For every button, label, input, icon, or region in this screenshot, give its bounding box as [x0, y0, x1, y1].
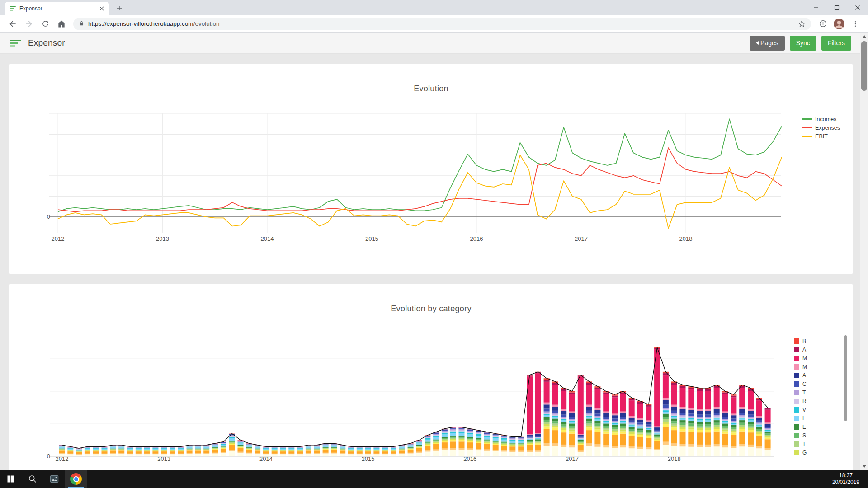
- category-swatch-icon: [794, 407, 799, 413]
- category-legend-item[interactable]: V: [794, 405, 807, 414]
- category-legend-item[interactable]: B: [794, 337, 807, 345]
- filters-button[interactable]: Filters: [821, 36, 851, 51]
- taskbar-chrome-button[interactable]: [65, 470, 87, 488]
- category-legend-item[interactable]: T: [794, 388, 807, 397]
- plus-icon: [117, 5, 122, 11]
- page-scrollbar[interactable]: [860, 33, 868, 470]
- window-maximize-button[interactable]: [826, 0, 847, 15]
- category-legend-item[interactable]: R: [794, 397, 807, 405]
- series-expenses: [58, 148, 782, 211]
- scroll-down-button[interactable]: [860, 462, 868, 470]
- legend-label: Incomes: [815, 116, 836, 122]
- browser-tab-strip: Expensor: [0, 0, 868, 15]
- category-swatch-icon: [794, 347, 799, 352]
- x-tick-label: 2016: [470, 235, 483, 242]
- category-legend-label: C: [802, 381, 807, 387]
- taskbar-time: 18:37: [832, 472, 859, 479]
- evolution-legend: Incomes Expenses EBIT: [802, 115, 840, 141]
- sync-button[interactable]: Sync: [790, 36, 816, 51]
- category-legend-item[interactable]: G: [794, 448, 807, 457]
- tab-close-button[interactable]: [98, 5, 106, 13]
- taskbar-search-button[interactable]: [22, 470, 43, 488]
- legend-label: EBIT: [815, 133, 828, 140]
- category-legend-item[interactable]: T: [794, 440, 807, 448]
- minimize-icon: [813, 5, 819, 10]
- category-legend-item[interactable]: A: [794, 371, 807, 380]
- photos-app-icon: [49, 474, 59, 484]
- browser-toolbar: https://expensor-villoro.herokuapp.com/e…: [0, 15, 868, 33]
- back-button[interactable]: [5, 17, 20, 31]
- x-tick-label: 2012: [52, 235, 65, 242]
- category-legend-item[interactable]: M: [794, 362, 807, 371]
- category-legend-label: G: [802, 450, 807, 456]
- start-button[interactable]: [0, 470, 22, 488]
- maximize-icon: [834, 5, 840, 10]
- category-legend: BAMMACTRVLESTG: [794, 337, 807, 457]
- pages-button-label: Pages: [760, 39, 778, 47]
- x-tick-label: 2013: [156, 235, 169, 242]
- legend-scrollbar[interactable]: [844, 335, 847, 421]
- category-legend-item[interactable]: E: [794, 422, 807, 431]
- browser-tab[interactable]: Expensor: [5, 2, 109, 15]
- pages-button[interactable]: Pages: [750, 36, 785, 51]
- category-legend-item[interactable]: C: [794, 380, 807, 388]
- x-tick-label: 2018: [679, 235, 693, 242]
- incomes-swatch-icon: [802, 118, 812, 120]
- series-ebit: [58, 155, 782, 228]
- filters-button-label: Filters: [828, 39, 845, 47]
- category-legend-item[interactable]: A: [794, 345, 807, 354]
- home-button[interactable]: [54, 17, 69, 31]
- scroll-up-button[interactable]: [860, 33, 868, 40]
- taskbar-clock[interactable]: 18:37 20/01/2019: [827, 472, 865, 486]
- chrome-icon: [70, 473, 82, 485]
- reload-icon: [41, 19, 50, 28]
- info-button[interactable]: [816, 17, 830, 31]
- category-stacked-chart[interactable]: 20122013201420152016201720180: [9, 284, 853, 470]
- close-icon: [99, 6, 104, 11]
- ebit-swatch-icon: [802, 136, 812, 137]
- profile-avatar[interactable]: [832, 17, 846, 31]
- category-legend-label: M: [802, 355, 807, 361]
- category-swatch-icon: [794, 416, 799, 421]
- category-swatch-icon: [794, 356, 799, 361]
- legend-item-incomes[interactable]: Incomes: [802, 115, 840, 123]
- category-legend-label: B: [802, 338, 806, 344]
- category-legend-item[interactable]: L: [794, 414, 807, 422]
- avatar-icon: [833, 18, 845, 30]
- category-swatch-icon: [794, 441, 799, 447]
- category-card: Evolution by category 201220132014201520…: [9, 284, 853, 470]
- evolution-line-chart[interactable]: 20122013201420152016201720180: [9, 64, 853, 274]
- new-tab-button[interactable]: [113, 2, 126, 14]
- app-logo-icon[interactable]: [10, 40, 21, 47]
- scrollbar-thumb[interactable]: [861, 41, 867, 91]
- category-legend-item[interactable]: M: [794, 354, 807, 362]
- x-tick-label: 2014: [261, 235, 274, 242]
- bookmark-star-icon[interactable]: [798, 20, 806, 28]
- y-zero-label: 0: [47, 453, 50, 460]
- category-legend-label: T: [802, 441, 806, 447]
- taskbar-date: 20/01/2019: [832, 479, 859, 486]
- home-icon: [57, 19, 66, 28]
- legend-item-expenses[interactable]: Expenses: [802, 123, 840, 132]
- category-swatch-icon: [794, 381, 799, 387]
- reload-button[interactable]: [38, 17, 52, 31]
- taskbar-photos-app-button[interactable]: [43, 470, 65, 488]
- category-legend-label: R: [802, 398, 807, 404]
- category-swatch-icon: [794, 373, 799, 378]
- legend-item-ebit[interactable]: EBIT: [802, 132, 840, 141]
- window-close-button[interactable]: [847, 0, 868, 15]
- kebab-menu-icon: [852, 20, 859, 28]
- category-legend-item[interactable]: S: [794, 431, 807, 440]
- category-swatch-icon: [794, 338, 799, 344]
- category-legend-label: L: [802, 415, 806, 422]
- category-legend-label: S: [802, 432, 806, 439]
- browser-menu-button[interactable]: [848, 17, 863, 31]
- app-header: Expensor Pages Sync Filters: [0, 33, 868, 54]
- forward-button[interactable]: [22, 17, 36, 31]
- expenses-swatch-icon: [802, 127, 812, 128]
- series-incomes: [58, 119, 782, 211]
- omnibox[interactable]: https://expensor-villoro.herokuapp.com/e…: [73, 18, 811, 30]
- app-title: Expensor: [28, 38, 65, 48]
- screen: Expensor: [0, 0, 868, 488]
- window-minimize-button[interactable]: [806, 0, 826, 15]
